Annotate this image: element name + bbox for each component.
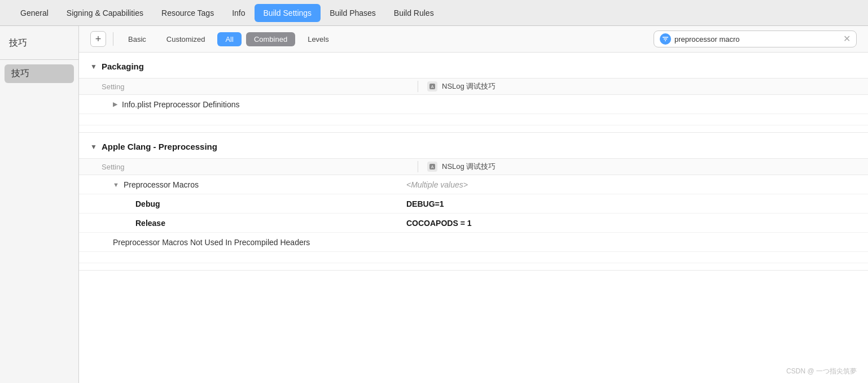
debug-label: Debug bbox=[135, 199, 406, 208]
search-input[interactable] bbox=[674, 35, 840, 43]
preprocessor-macros-row[interactable]: ▼ Preprocessor Macros <Multiple values> bbox=[79, 175, 868, 194]
filter-basic-button[interactable]: Basic bbox=[120, 32, 154, 46]
not-used-macros-label: Preprocessor Macros Not Used In Precompi… bbox=[113, 238, 310, 247]
preprocessor-macros-setting: ▼ Preprocessor Macros bbox=[113, 180, 406, 189]
packaging-section: ▼ Packaging Setting A NSLog 调 bbox=[79, 53, 868, 133]
sidebar-selected-item[interactable]: 技巧 bbox=[5, 64, 74, 83]
main-area: 技巧 技巧 + Basic Customized All Combined Le… bbox=[0, 26, 868, 383]
apple-clang-section-title: Apple Clang - Preprocessing bbox=[102, 142, 217, 151]
apple-clang-col-value-label: NSLog 调试技巧 bbox=[442, 162, 496, 172]
packaging-app-icon: A bbox=[427, 81, 437, 92]
packaging-spacer bbox=[79, 114, 868, 125]
sidebar-divider bbox=[0, 59, 78, 60]
packaging-row-setting: ▶ Info.plist Preprocessor Definitions bbox=[113, 100, 406, 109]
search-bar: ✕ bbox=[654, 31, 857, 47]
filter-combined-button[interactable]: Combined bbox=[246, 32, 295, 46]
svg-text:A: A bbox=[431, 165, 434, 169]
packaging-col-value: A NSLog 调试技巧 bbox=[427, 81, 496, 92]
add-button[interactable]: + bbox=[90, 31, 106, 47]
toolbar-separator bbox=[113, 32, 113, 46]
filter-all-button[interactable]: All bbox=[217, 32, 241, 46]
release-row[interactable]: Release COCOAPODS = 1 bbox=[79, 214, 868, 233]
packaging-section-header[interactable]: ▼ Packaging bbox=[79, 53, 868, 78]
tab-bar: General Signing & Capabilities Resource … bbox=[0, 0, 868, 26]
packaging-row-chevron-icon[interactable]: ▶ bbox=[113, 101, 117, 108]
tab-build-rules[interactable]: Build Rules bbox=[385, 4, 443, 22]
packaging-col-setting: Setting bbox=[102, 82, 418, 91]
apple-clang-section-header[interactable]: ▼ Apple Clang - Preprocessing bbox=[79, 133, 868, 158]
packaging-row-infoplist[interactable]: ▶ Info.plist Preprocessor Definitions bbox=[79, 95, 868, 114]
apple-clang-table-header: Setting A NSLog 调试技巧 bbox=[79, 158, 868, 175]
preprocessor-macros-chevron-icon[interactable]: ▼ bbox=[113, 181, 119, 188]
release-value: COCOAPODS = 1 bbox=[406, 219, 857, 228]
tab-general[interactable]: General bbox=[11, 4, 58, 22]
tab-signing[interactable]: Signing & Capabilities bbox=[58, 4, 152, 22]
not-used-macros-row[interactable]: Preprocessor Macros Not Used In Precompi… bbox=[79, 233, 868, 252]
debug-value: DEBUG=1 bbox=[406, 199, 857, 208]
apple-clang-col-setting: Setting bbox=[102, 163, 418, 171]
sidebar: 技巧 技巧 bbox=[0, 26, 79, 383]
preprocessor-macros-label: Preprocessor Macros bbox=[124, 180, 199, 189]
sidebar-label-top: 技巧 bbox=[0, 32, 78, 55]
tab-build-settings[interactable]: Build Settings bbox=[255, 4, 321, 22]
content-panel: + Basic Customized All Combined Levels ✕ bbox=[79, 26, 868, 383]
packaging-chevron-icon: ▼ bbox=[90, 63, 97, 71]
packaging-col-value-label: NSLog 调试技巧 bbox=[442, 81, 496, 92]
tab-resource-tags[interactable]: Resource Tags bbox=[152, 4, 223, 22]
packaging-col-divider bbox=[418, 81, 418, 92]
packaging-table-header: Setting A NSLog 调试技巧 bbox=[79, 78, 868, 95]
tab-info[interactable]: Info bbox=[223, 4, 254, 22]
filter-customized-button[interactable]: Customized bbox=[159, 32, 213, 46]
packaging-row-label: Info.plist Preprocessor Definitions bbox=[122, 100, 240, 109]
apple-clang-col-divider bbox=[418, 161, 418, 172]
preprocessor-macros-value: <Multiple values> bbox=[406, 180, 857, 189]
settings-area: ▼ Packaging Setting A NSLog 调 bbox=[79, 53, 868, 383]
apple-clang-section: ▼ Apple Clang - Preprocessing Setting A bbox=[79, 133, 868, 271]
toolbar: + Basic Customized All Combined Levels ✕ bbox=[79, 26, 868, 53]
packaging-section-title: Packaging bbox=[102, 62, 144, 71]
filter-levels-button[interactable]: Levels bbox=[300, 32, 337, 46]
watermark: CSDN @ 一つ指尖筑夢 bbox=[786, 367, 857, 376]
apple-clang-app-icon: A bbox=[427, 162, 437, 172]
search-filter-icon bbox=[660, 33, 671, 45]
debug-row[interactable]: Debug DEBUG=1 bbox=[79, 194, 868, 214]
release-label: Release bbox=[135, 219, 406, 228]
apple-clang-chevron-icon: ▼ bbox=[90, 143, 97, 151]
apple-clang-spacer bbox=[79, 252, 868, 263]
search-clear-button[interactable]: ✕ bbox=[843, 34, 851, 43]
svg-text:A: A bbox=[431, 85, 434, 89]
tab-build-phases[interactable]: Build Phases bbox=[321, 4, 385, 22]
apple-clang-col-value: A NSLog 调试技巧 bbox=[427, 162, 496, 172]
